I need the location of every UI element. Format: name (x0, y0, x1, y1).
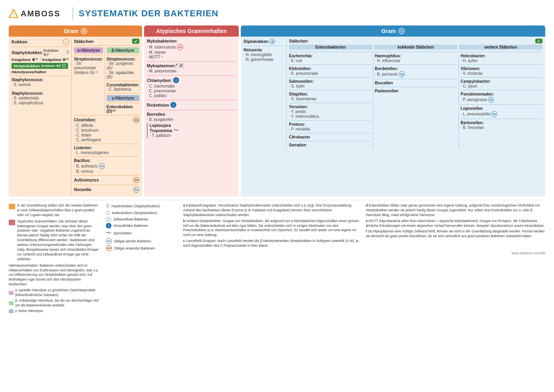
gram-pos-note: In der Gramfärbung stellen sich die meis… (9, 203, 100, 218)
gramfaerbung-note: In der Gramfärbung stellen sich die meis… (17, 203, 100, 218)
website: www.amboss.com/de (183, 251, 545, 255)
alpha-col: α-Hämolyse Streptococcus: · Str. pneumon… (74, 47, 103, 113)
gamma-foot-note: γ: keine Hämolyse (15, 309, 43, 314)
spirochaet-label: Spirochäten (113, 231, 131, 235)
atypisch-note-block: Atypisches Gramverhalten: Die Vertreter … (9, 219, 100, 262)
strep-beta-genus: Streptococcus: (107, 57, 139, 61)
clostridien-2: · C. tetani (74, 133, 139, 137)
strep-alpha-genus: Streptococcus: (74, 57, 103, 61)
atypisch-panel: Atypisches Gramverhalten Mykobakterien: … (144, 25, 239, 197)
logo-text: AMBOSS (21, 9, 60, 18)
pseudomonas-label: Pseudomonaden: (460, 92, 542, 96)
staebchen-label: Stäbchen (74, 39, 94, 44)
beta-foot-note: β: vollständige Hämolyse, bei der ein du… (15, 298, 100, 308)
kokkoide-cell: kokkoide Stäbchen (374, 45, 458, 51)
aerob-label: Obligat aerobe Bakterien (114, 239, 151, 243)
icon-intrazell-item: i Intrazelluläre Bakterien (106, 223, 178, 228)
myko-label: Mykobakterien: (147, 39, 236, 43)
note-b: b Viridans Streptokokken: Gruppe von Str… (183, 219, 363, 238)
actinomyces-row: Actinomyces AN (74, 177, 139, 183)
legion-aerob: O₂ (491, 111, 497, 117)
gamma-badge: γ-Hämolyse (107, 95, 139, 101)
zellfrei-badge: ∅ (178, 63, 184, 68)
leptospira-row: Leptospira Treponema · T. pallidum 〜 (147, 123, 236, 138)
intrazell-label: Intrazelluläre Bakterien (113, 224, 148, 228)
bordetellen-aerob: O₂ (399, 71, 405, 77)
strepto-label-row: Streptokokken (Katalase ⊖)ᵃ ⬡ (12, 63, 69, 69)
sdysenteriae: · S. dysenteriae (289, 97, 371, 101)
gn-staebchen-label: Stäbchen (289, 39, 308, 43)
strepto-label-text: Streptokokken (14, 64, 40, 68)
kokkoide-header: kokkoide Stäbchen (374, 45, 458, 50)
mykoplasma-0: · M. pneumoniae (147, 69, 236, 73)
haufen-icon: ⠿ (66, 50, 69, 55)
header: ! AMBOSS SYSTEMATIK DER BAKTERIEN (9, 7, 545, 20)
icon-kettenkoko-item: ⬡ Kettenkokken (Streptokokken) (106, 210, 178, 216)
alpha-badge: α-Hämolyse (74, 47, 103, 53)
zellfrei-icon: ∅ (106, 217, 111, 222)
staph-pos-genus: Staphylococcus: (12, 78, 69, 82)
chlamydien-label-row: Chlamydien: i (147, 77, 236, 83)
gram-pos-panel: Gram + Kokken ○ (9, 25, 142, 197)
notes-col-2: d Enterokokken bilden zwar genau genomme… (366, 203, 545, 250)
helicobacter-label: Helicobacter: (460, 54, 542, 58)
neisseria-1: · N. gonorrhoeae (244, 57, 284, 62)
intrazell-icon: i (106, 223, 111, 228)
kettenkoko-label: Kettenkokken (Streptokokken) (112, 211, 157, 215)
pasteurellen-label: Pasteurellen (375, 89, 457, 93)
staebchen-title-row: Stäbchen ↙ (74, 39, 139, 44)
ypestis: · Y. pestis (289, 109, 371, 114)
myko-tb-row: · M. tuberculosis O₂ (147, 44, 236, 50)
entero-cell: Enterobakterien (289, 45, 373, 51)
treponema-0: · T. pallidum (150, 133, 172, 138)
clostridien-1: · C. botulinum (74, 128, 139, 133)
yersinien-label: Yersinien: (289, 105, 371, 109)
icon-anaerob-item: AN Obligat anaerobe Bakterien (106, 245, 178, 251)
bpertussis: · B. pertussis (375, 72, 398, 76)
diplokokken-label: Diplokokken (244, 39, 268, 44)
gn-staebchen-area: Stäbchen ↙ Enterobakterien kokkoide Stäb… (287, 39, 542, 150)
spirochaeten-section: Borrelien · B. burgdorferi Leptospira Tr… (147, 112, 236, 138)
atypisch-body: Mykobakterien: · M. tuberculosis O₂ · M.… (144, 37, 239, 142)
staph-neg-item-0: · S. epidermidis (12, 96, 69, 100)
staphylo-label-row: Staphylokokken (Katalase ⊕)ᵃ ⠿ (12, 49, 69, 57)
kokken-circle-icon: ○ (63, 39, 69, 45)
icon-haufenkok-item: ⠿ Haufenkokken (Staphylokokken) (106, 203, 178, 209)
gram-pos-body: Kokken ○ Staphylokokken (Katalase ⊕)ᵃ ⠿ (9, 37, 142, 197)
diplokokken-title-row: Diplokokken ◎ (244, 39, 284, 44)
kettenkoko-icon: ⬡ (106, 210, 110, 216)
vibrionen-label: Vibrionen: (460, 66, 542, 71)
clostridien-anaerob-icon: AN (133, 117, 139, 123)
treponema-label: Treponema (150, 128, 172, 133)
koagulase-pos-label: Koagulase ⊕ ᵃ (12, 57, 39, 62)
hinfluenzae: · H. influenzae (375, 59, 457, 63)
hpylori: · H. pylori (460, 59, 542, 63)
bacillus-1: · B. cereus (74, 169, 139, 174)
gamma-badge-inline: γ-Hämolyse (107, 95, 139, 101)
chlamydien-1: · C. pneumoniae (147, 89, 236, 93)
header-logo: ! AMBOSS (9, 9, 60, 18)
bordetellen-item-row: · B. pertussis O₂ (375, 71, 457, 77)
rickettsien-label-row: Rickettsien i (147, 102, 236, 108)
bhenselae: · B. henselae (460, 125, 542, 130)
proteus-label: Proteus: (289, 122, 371, 127)
svg-text:!: ! (13, 12, 14, 17)
bacillus-0: · B. anthracis (74, 164, 97, 168)
chlamydien-info-icon: i (173, 77, 179, 83)
mykoplasma-label: Mykoplasmen:ᶠ (147, 63, 177, 68)
listerien-label: Listerien: (74, 146, 139, 150)
koag-divider (40, 57, 41, 62)
paeruginosa: · P. aeruginosa (460, 98, 487, 102)
note-c: c Lancefield-Gruppen: Nach Lancefield we… (183, 239, 363, 248)
clostridien-0: · C. difficile (74, 123, 139, 128)
pseudomonas-item-row: · P. aeruginosa O₂ (460, 97, 542, 103)
icon-spirochaet-item: 〜 Spirochäten (106, 230, 178, 237)
note-f: f Da Mykoplasmen eine richtige Zellwand … (366, 229, 545, 239)
clostridien-3: · C. perfringens (74, 138, 139, 142)
alpha-foot-row: α: partielle Hämolyse zu grünlichem Zwis… (9, 288, 100, 298)
brucellen-label: Brucellen (375, 81, 457, 85)
notes-col-1: a Katalase/Koagulase: Verschiedene Staph… (183, 203, 363, 250)
icons-legend: ⠿ Haufenkokken (Staphylokokken) ⬡ Ketten… (106, 203, 178, 251)
notes-two-col: a Katalase/Koagulase: Verschiedene Staph… (183, 203, 545, 250)
listerien-0: · L. monocytogenes (74, 150, 139, 155)
